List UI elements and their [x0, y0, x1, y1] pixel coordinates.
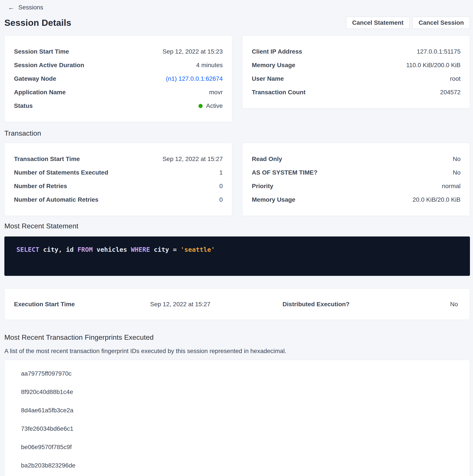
execution-card: Execution Start Time Sep 12, 2022 at 15:…: [4, 289, 470, 320]
user-name-value: root: [450, 75, 460, 82]
session-start-time-label: Session Start Time: [14, 48, 69, 55]
read-only-row: Read Only No: [252, 152, 460, 166]
statements-executed-row: Number of Statements Executed 1: [14, 166, 223, 179]
read-only-label: Read Only: [252, 155, 282, 163]
retries-label: Number of Retries: [14, 183, 67, 190]
application-name-value: movr: [209, 89, 223, 96]
transaction-count-value: 204572: [440, 89, 460, 96]
session-memory-usage-label: Memory Usage: [252, 62, 295, 69]
fingerprint-item: 8f920c40d88b1c4e: [21, 383, 470, 401]
application-name-row: Application Name movr: [14, 85, 223, 99]
statements-executed-value: 1: [219, 169, 223, 176]
as-of-system-time-label: AS OF SYSTEM TIME?: [252, 169, 317, 176]
session-active-duration-row: Session Active Duration 4 minutes: [14, 58, 223, 72]
most-recent-statement-heading: Most Recent Statement: [4, 222, 470, 230]
status-label: Status: [14, 102, 33, 109]
session-active-duration-label: Session Active Duration: [14, 62, 84, 69]
statements-executed-label: Number of Statements Executed: [14, 169, 108, 176]
status-row: Status Active: [14, 99, 223, 113]
sql-statement-box: SELECT city, id FROM vehicles WHERE city…: [4, 237, 470, 276]
page-header: Session Details Cancel Statement Cancel …: [4, 17, 470, 29]
sql-string-literal: 'seattle': [180, 246, 215, 253]
session-left-card: Session Start Time Sep 12, 2022 at 15:23…: [4, 35, 232, 122]
session-right-card: Client IP Address 127.0.0.1:51175 Memory…: [242, 35, 470, 108]
automatic-retries-label: Number of Automatic Retries: [14, 196, 98, 203]
session-memory-usage-value: 110.0 KiB/200.0 KiB: [406, 62, 460, 69]
back-link-label: Sessions: [18, 4, 43, 11]
fingerprints-card: aa79775ff097970c 8f920c40d88b1c4e 8d4ae6…: [4, 360, 470, 476]
gateway-node-link[interactable]: (n1) 127.0.0.1:62674: [166, 75, 223, 82]
fingerprint-item: ba2b203b823296de: [21, 456, 470, 475]
session-start-time-row: Session Start Time Sep 12, 2022 at 15:23: [14, 45, 223, 58]
priority-label: Priority: [252, 183, 273, 190]
transaction-count-label: Transaction Count: [252, 89, 306, 96]
transaction-right-card: Read Only No AS OF SYSTEM TIME? No Prior…: [242, 143, 470, 216]
sql-keyword: WHERE: [131, 246, 150, 253]
sql-text: vehicles: [93, 246, 131, 253]
fingerprints-heading: Most Recent Transaction Fingerprints Exe…: [4, 333, 470, 341]
transaction-memory-usage-label: Memory Usage: [252, 196, 295, 203]
session-details-page: ← Sessions Session Details Cancel Statem…: [0, 0, 473, 476]
transaction-start-time-value: Sep 12, 2022 at 15:27: [163, 155, 223, 163]
transaction-left-card: Transaction Start Time Sep 12, 2022 at 1…: [4, 143, 232, 216]
sql-text: city, id: [39, 246, 78, 253]
retries-value: 0: [219, 183, 223, 190]
session-active-duration-value: 4 minutes: [196, 62, 223, 69]
fingerprint-item: 8d4ae61a5fb3ce2a: [21, 401, 470, 420]
application-name-label: Application Name: [14, 89, 65, 96]
cancel-session-button[interactable]: Cancel Session: [412, 17, 470, 29]
fingerprint-item: aa79775ff097970c: [21, 364, 470, 383]
transaction-memory-usage-value: 20.0 KiB/20.0 KiB: [413, 196, 460, 203]
execution-start-time-value: Sep 12, 2022 at 15:27: [150, 301, 211, 308]
sql-keyword: SELECT: [16, 246, 39, 253]
fingerprint-item: 73fe26034bd6e6c1: [21, 420, 470, 438]
sql-keyword: FROM: [77, 246, 93, 253]
sql-text: city =: [150, 246, 180, 253]
execution-start-time-label: Execution Start Time: [14, 301, 150, 308]
transaction-row: Transaction Start Time Sep 12, 2022 at 1…: [4, 143, 470, 216]
automatic-retries-value: 0: [219, 196, 223, 203]
transaction-memory-usage-row: Memory Usage 20.0 KiB/20.0 KiB: [252, 193, 460, 206]
priority-value: normal: [442, 183, 460, 190]
priority-row: Priority normal: [252, 179, 460, 193]
as-of-system-time-value: No: [453, 169, 460, 176]
cancel-statement-button[interactable]: Cancel Statement: [346, 17, 410, 29]
session-start-time-value: Sep 12, 2022 at 15:23: [163, 48, 223, 55]
session-summary-row: Session Start Time Sep 12, 2022 at 15:23…: [4, 35, 470, 122]
sql-statement: SELECT city, id FROM vehicles WHERE city…: [16, 246, 470, 254]
as-of-system-time-row: AS OF SYSTEM TIME? No: [252, 166, 460, 179]
retries-row: Number of Retries 0: [14, 179, 223, 193]
read-only-value: No: [453, 155, 460, 163]
transaction-start-time-row: Transaction Start Time Sep 12, 2022 at 1…: [14, 152, 223, 166]
transaction-start-time-label: Transaction Start Time: [14, 155, 80, 163]
fingerprints-description: A list of the most recent transaction fi…: [4, 348, 470, 355]
status-active-dot-icon: [198, 104, 203, 108]
session-memory-usage-row: Memory Usage 110.0 KiB/200.0 KiB: [252, 58, 460, 72]
transaction-section-heading: Transaction: [4, 129, 470, 137]
back-arrow-icon: ←: [8, 4, 15, 11]
back-to-sessions-link[interactable]: ← Sessions: [8, 4, 43, 11]
automatic-retries-row: Number of Automatic Retries 0: [14, 193, 223, 206]
user-name-label: User Name: [252, 75, 284, 82]
page-title: Session Details: [4, 18, 71, 28]
distributed-execution-label: Distributed Execution?: [283, 301, 349, 308]
client-ip-label: Client IP Address: [252, 48, 302, 55]
header-buttons: Cancel Statement Cancel Session: [346, 17, 470, 29]
fingerprint-item: be06e9570f785c9f: [21, 438, 470, 456]
gateway-node-label: Gateway Node: [14, 75, 56, 82]
distributed-execution-value: No: [450, 301, 458, 308]
client-ip-row: Client IP Address 127.0.0.1:51175: [252, 45, 460, 58]
client-ip-value: 127.0.0.1:51175: [417, 48, 460, 55]
status-badge: Active: [198, 102, 223, 109]
status-value: Active: [206, 102, 223, 109]
gateway-node-row: Gateway Node (n1) 127.0.0.1:62674: [14, 72, 223, 85]
user-name-row: User Name root: [252, 72, 460, 85]
transaction-count-row: Transaction Count 204572: [252, 85, 460, 99]
